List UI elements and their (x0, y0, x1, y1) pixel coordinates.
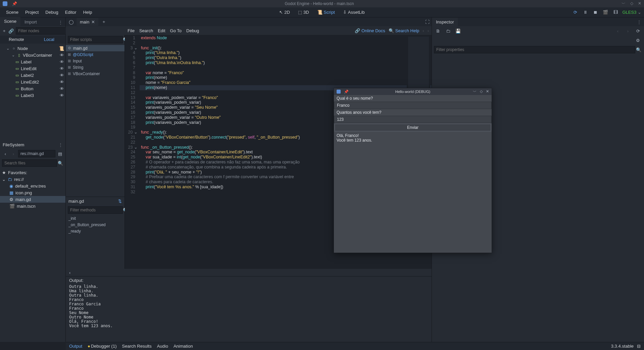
workspace-3d[interactable]: ⬚3D (295, 8, 312, 16)
import-dock-tab[interactable]: Import (20, 18, 41, 26)
game-age-input[interactable] (334, 116, 492, 123)
stop-icon[interactable]: ⏹ (592, 9, 599, 16)
workspace-script[interactable]: 📜Script (314, 8, 338, 16)
nav-fwd-icon[interactable]: › (10, 150, 17, 157)
game-submit-button[interactable]: Enviar (335, 124, 491, 131)
filter-scripts-input[interactable] (68, 36, 123, 43)
history-back-icon[interactable]: ‹ (614, 28, 621, 34)
bottom-tab-search[interactable]: Search Results (122, 344, 152, 349)
list-item[interactable]: ⊞Input (66, 58, 125, 64)
tree-row[interactable]: ▭Label👁 (0, 58, 65, 65)
add-node-icon[interactable]: ＋ (2, 28, 6, 34)
menu-debug[interactable]: Debug (42, 8, 61, 16)
minimap[interactable] (407, 36, 430, 96)
minimize-icon[interactable]: ﹀ (473, 89, 477, 94)
bottom-tab-audio[interactable]: Audio (157, 344, 168, 349)
list-item[interactable]: ▦icon.png (0, 189, 65, 196)
scene-filter-input[interactable] (16, 27, 71, 35)
search-icon[interactable]: 🔍 (635, 46, 642, 53)
list-item[interactable]: ⚙main.gd (66, 45, 125, 51)
tree-row[interactable]: ▭LineEdit👁 (0, 65, 65, 72)
path-field[interactable]: res://main.gd (18, 150, 55, 157)
tree-row[interactable]: ▭Label3👁 (0, 92, 65, 99)
inspector-filter-input[interactable] (434, 46, 635, 53)
add-tab-icon[interactable]: ＋ (100, 18, 107, 25)
scene-tab[interactable]: main ✕ (77, 18, 98, 26)
load-resource-icon[interactable]: 🗀 (445, 28, 451, 34)
list-item[interactable]: ⌄🗀res:// (0, 176, 65, 183)
play-project-icon[interactable]: ⟳ (572, 9, 579, 16)
list-item[interactable]: ★Favorites: (0, 169, 65, 176)
renderer-label[interactable]: GLES3 ⌄ (622, 10, 641, 15)
menu-scene[interactable]: Scene (3, 8, 22, 16)
nav-back-icon[interactable]: ‹ (423, 28, 424, 33)
visibility-icon[interactable]: 👁 (60, 53, 64, 58)
dock-menu-icon[interactable]: ⋮ (58, 142, 63, 147)
remote-tab[interactable]: Remote (0, 36, 33, 44)
maximize-icon[interactable]: ◇ (630, 1, 633, 7)
play-custom-icon[interactable]: 🎞 (612, 9, 619, 16)
list-item[interactable]: _ready (66, 228, 125, 235)
script-menu-debug[interactable]: Debug (186, 28, 199, 33)
script-menu-search[interactable]: Search (139, 28, 153, 33)
script-menu-edit[interactable]: Edit (158, 28, 165, 33)
workspace-assetlib[interactable]: ⇩AssetLib (340, 8, 368, 16)
split-view-icon[interactable]: ▤ (57, 150, 63, 157)
bottom-tab-output[interactable]: Output (69, 344, 82, 349)
play-scene-icon[interactable]: 🎬 (602, 9, 609, 16)
menu-project[interactable]: Project (22, 8, 42, 16)
bottom-tab-debugger[interactable]: ●Debugger (1) (88, 344, 116, 349)
menu-help[interactable]: Help (80, 8, 96, 16)
visibility-icon[interactable]: 👁 (60, 80, 64, 85)
dock-menu-icon[interactable]: ⋮ (56, 18, 65, 26)
game-name-input[interactable] (334, 102, 492, 109)
script-menu-goto[interactable]: Go To (170, 28, 182, 33)
history-fwd-icon[interactable]: › (625, 28, 631, 34)
close-icon[interactable]: ✕ (91, 19, 95, 24)
save-icon[interactable]: 💾 (455, 28, 461, 34)
pause-icon[interactable]: ⏸ (582, 9, 589, 16)
search-icon[interactable]: 🔍 (57, 160, 63, 166)
filesystem-search-input[interactable] (2, 159, 57, 167)
list-item[interactable]: ⊞String (66, 64, 125, 70)
layout-icon[interactable]: ⊟ (637, 344, 641, 349)
visibility-icon[interactable]: 👁 (60, 66, 64, 71)
visibility-icon[interactable]: 👁 (60, 59, 64, 64)
tree-row[interactable]: ▭Label2👁 (0, 72, 65, 79)
workspace-2d[interactable]: ↖2D (276, 8, 293, 16)
script-attached-icon[interactable]: 📜 (59, 46, 64, 51)
inspector-tab[interactable]: Inspector (432, 18, 458, 26)
filter-methods-input[interactable] (68, 206, 123, 214)
visibility-icon[interactable]: 👁 (60, 86, 64, 91)
menu-editor[interactable]: Editor (62, 8, 80, 16)
script-menu-file[interactable]: File (128, 28, 135, 33)
list-item[interactable]: 🎬main.tscn (0, 203, 65, 209)
list-item[interactable]: ⊞VBoxContainer (66, 70, 125, 77)
list-item[interactable]: ◉default_env.tres (0, 183, 65, 189)
history-icon[interactable]: ⟳ (635, 28, 641, 34)
list-item[interactable]: _on_Button_pressed (66, 222, 125, 228)
distraction-free-icon[interactable]: ⛶ (425, 19, 430, 24)
nav-fwd-icon[interactable]: › (428, 28, 429, 33)
tree-row[interactable]: ▭Button👁 (0, 85, 65, 92)
close-icon[interactable]: ✕ (638, 1, 641, 7)
nav-back-icon[interactable]: ‹ (2, 150, 9, 157)
tree-row[interactable]: ⌄○ Node 📜 (0, 45, 65, 52)
maximize-icon[interactable]: ◇ (480, 89, 483, 94)
list-item[interactable]: ⚙main.gd (0, 196, 65, 203)
new-resource-icon[interactable]: 🗎 (435, 28, 441, 34)
sort-icon[interactable]: ⇅ (118, 199, 122, 204)
list-item[interactable]: _init (66, 215, 125, 222)
local-tab[interactable]: Local (33, 36, 66, 44)
close-icon[interactable]: ✕ (486, 89, 489, 94)
visibility-icon[interactable]: 👁 (60, 93, 64, 98)
bottom-tab-animation[interactable]: Animation (174, 344, 193, 349)
list-item[interactable]: ⊞@GDScript (66, 51, 125, 58)
tree-row[interactable]: ▭LineEdit2👁 (0, 79, 65, 85)
online-docs-link[interactable]: 🔗Online Docs (355, 28, 385, 33)
tree-row[interactable]: ⌄▯ VBoxContainer 👁 (0, 52, 65, 58)
minimize-icon[interactable]: ﹀ (622, 1, 626, 7)
chevron-left-icon[interactable]: ‹ (69, 270, 70, 275)
dock-menu-icon[interactable]: ⋮ (634, 18, 644, 26)
instance-icon[interactable]: 🔗 (8, 28, 14, 34)
